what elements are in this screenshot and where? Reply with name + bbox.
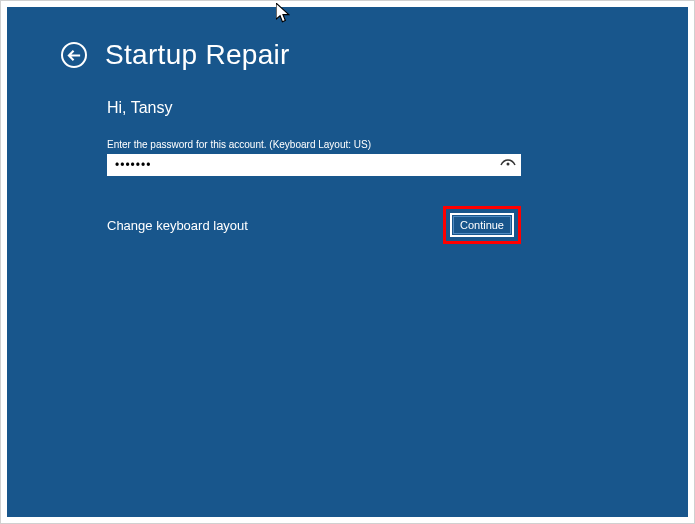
password-row	[107, 154, 521, 176]
window-frame: Startup Repair Hi, Tansy Enter the passw…	[0, 0, 695, 524]
eye-icon	[500, 159, 516, 171]
svg-point-0	[507, 163, 510, 166]
content-area: Hi, Tansy Enter the password for this ac…	[7, 71, 688, 244]
header: Startup Repair	[7, 7, 688, 71]
continue-highlight-box: Continue	[443, 206, 521, 244]
password-instruction: Enter the password for this account. (Ke…	[107, 139, 608, 150]
back-button[interactable]	[61, 42, 87, 68]
startup-repair-screen: Startup Repair Hi, Tansy Enter the passw…	[7, 7, 688, 517]
password-input[interactable]	[107, 154, 521, 176]
arrow-left-icon	[67, 48, 82, 63]
change-keyboard-layout-link[interactable]: Change keyboard layout	[107, 218, 248, 233]
action-row: Change keyboard layout Continue	[107, 206, 521, 244]
continue-button[interactable]: Continue	[450, 213, 514, 237]
page-title: Startup Repair	[105, 39, 290, 71]
greeting-text: Hi, Tansy	[107, 99, 608, 117]
reveal-password-button[interactable]	[499, 156, 517, 174]
